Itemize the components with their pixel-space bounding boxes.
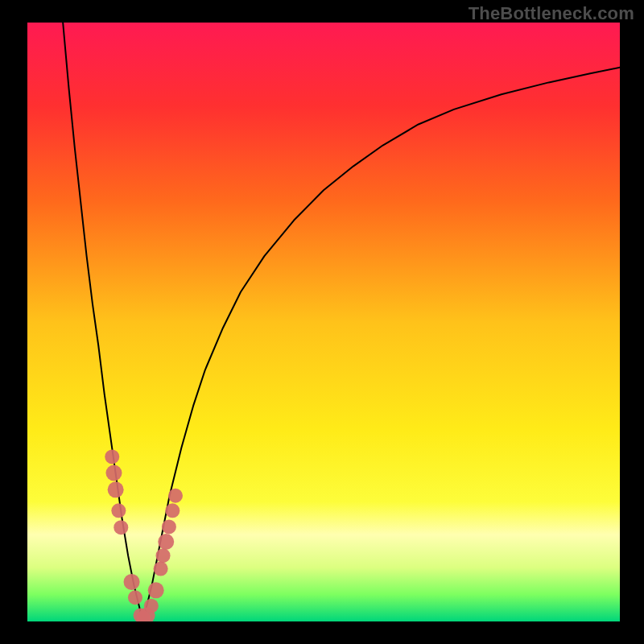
data-point: [158, 534, 174, 550]
data-point: [124, 574, 140, 590]
data-point: [105, 449, 119, 464]
chart-frame: TheBottleneck.com: [0, 0, 644, 644]
data-point: [128, 590, 142, 605]
data-point: [148, 582, 164, 598]
data-point: [154, 562, 168, 576]
plot-area: [27, 23, 620, 621]
chart-svg: [27, 23, 620, 621]
data-point: [165, 503, 180, 518]
data-point: [156, 548, 171, 563]
data-point: [168, 489, 183, 503]
data-point: [144, 599, 159, 613]
data-point: [105, 464, 122, 481]
data-point: [108, 481, 124, 497]
watermark-text: TheBottleneck.com: [469, 3, 634, 24]
data-point: [111, 503, 126, 518]
data-point: [162, 519, 176, 534]
data-point: [114, 520, 128, 535]
